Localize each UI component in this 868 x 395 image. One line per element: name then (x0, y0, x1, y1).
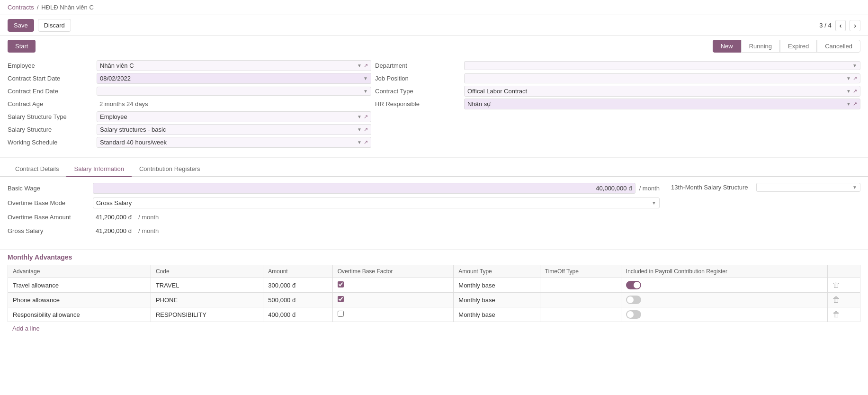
prev-button[interactable]: ‹ (835, 20, 846, 31)
tab-salary-information[interactable]: Salary Information (66, 162, 132, 177)
monthly-advantages: Monthly Advantages Advantage Code Amount… (0, 253, 868, 335)
job-pos-external-link[interactable]: ↗ (853, 75, 857, 81)
amount-3: 400,000 đ (263, 307, 332, 322)
timeoff-3 (540, 307, 621, 322)
breadcrumb-current: HĐLĐ Nhân viên C (41, 4, 94, 11)
advantage-3: Responsibility allowance (8, 307, 151, 322)
salary-section: Basic Wage 40,000,000 đ / month Overtime… (0, 177, 868, 245)
table-row: Responsibility allowance RESPONSIBILITY … (8, 307, 860, 322)
contract-start-input[interactable]: 08/02/2022 (100, 75, 361, 82)
add-line-button[interactable]: Add a line (8, 322, 860, 335)
hr-responsible-label: HR Responsible (375, 99, 460, 109)
status-cancelled[interactable]: Cancelled (817, 40, 860, 53)
overtime-base-amount-value: 41,200,000 đ (93, 212, 134, 222)
contract-age-value: 2 months 24 days (97, 99, 371, 109)
status-running[interactable]: Running (741, 40, 780, 53)
delete-1[interactable]: 🗑 (832, 281, 840, 289)
salary-left: Basic Wage 40,000,000 đ / month Overtime… (8, 183, 660, 240)
amt-type-3: Monthly base (454, 307, 540, 322)
thirteenth-month-label: 13th-Month Salary Structure (671, 184, 756, 191)
ss-external-link[interactable]: ↗ (364, 126, 368, 133)
contract-type-external-link[interactable]: ↗ (853, 88, 857, 94)
col-amount: Amount (263, 265, 332, 278)
thirteenth-month-row: 13th-Month Salary Structure ▼ (671, 183, 860, 192)
col-code: Code (151, 265, 263, 278)
ws-dropdown: ▼ (357, 140, 362, 145)
amount-1: 300,000 đ (263, 278, 332, 293)
save-button[interactable]: Save (8, 19, 34, 32)
job-position-field[interactable]: ▼ ↗ (464, 73, 860, 83)
working-schedule-label: Working Schedule (8, 137, 93, 148)
basic-wage-period: / month (639, 185, 660, 192)
contract-end-label: Contract End Date (8, 86, 93, 97)
employee-value: Nhân viên C (100, 62, 355, 69)
pagination-text: 3 / 4 (819, 22, 831, 29)
delete-3[interactable]: 🗑 (832, 310, 840, 318)
code-3: RESPONSIBILITY (151, 307, 263, 322)
included-toggle-2[interactable] (626, 296, 641, 304)
tab-contract-details[interactable]: Contract Details (8, 162, 66, 177)
salary-structure-type-field[interactable]: Employee ▼ ↗ (97, 111, 371, 122)
amount-2: 500,000 đ (263, 293, 332, 307)
otbf-3[interactable] (332, 307, 454, 322)
working-schedule-field[interactable]: Standard 40 hours/week ▼ ↗ (97, 137, 371, 148)
overtime-base-amount-label: Overtime Base Amount (8, 214, 93, 221)
employee-external-link[interactable]: ↗ (364, 63, 368, 69)
delete-2[interactable]: 🗑 (832, 296, 840, 304)
ws-external-link[interactable]: ↗ (364, 139, 368, 145)
department-field[interactable]: ▼ (464, 61, 860, 70)
hr-responsible-field[interactable]: Nhân sự ▼ ↗ (464, 99, 860, 109)
discard-button[interactable]: Discard (38, 19, 71, 32)
tab-contribution-registers[interactable]: Contribution Registers (132, 162, 208, 177)
included-toggle-1[interactable] (626, 281, 641, 289)
contract-type-field[interactable]: Offical Labor Contract ▼ ↗ (464, 86, 860, 97)
included-1 (621, 278, 827, 293)
amt-type-2: Monthly base (454, 293, 540, 307)
table-row: Phone allowance PHONE 500,000 đ Monthly … (8, 293, 860, 307)
col-actions (828, 265, 860, 278)
advantages-table: Advantage Code Amount Overtime Base Fact… (8, 265, 860, 322)
hr-external-link[interactable]: ↗ (853, 101, 857, 107)
hr-dropdown: ▼ (846, 101, 851, 107)
contract-start-field[interactable]: 08/02/2022 ▼ (97, 73, 371, 84)
basic-wage-unit: đ (628, 185, 632, 192)
overtime-base-mode-row: Overtime Base Mode Gross Salary ▼ (8, 198, 660, 208)
otbf-checkbox-3[interactable] (338, 311, 344, 317)
sst-dropdown: ▼ (357, 114, 362, 119)
contract-end-field[interactable]: ▼ (97, 87, 371, 96)
table-row: Travel allowance TRAVEL 300,000 đ Monthl… (8, 278, 860, 293)
otbf-checkbox-1[interactable] (338, 281, 344, 287)
sst-external-link[interactable]: ↗ (364, 114, 368, 120)
breadcrumb-parent[interactable]: Contracts (8, 4, 34, 11)
timeoff-1 (540, 278, 621, 293)
job-pos-dropdown-icon: ▼ (846, 76, 851, 81)
start-button[interactable]: Start (8, 40, 36, 53)
next-button[interactable]: › (850, 20, 860, 31)
otbf-2[interactable] (332, 293, 454, 307)
basic-wage-value[interactable]: 40,000,000 (96, 185, 626, 192)
contract-end-dropdown: ▼ (363, 89, 368, 94)
tabs: Contract Details Salary Information Cont… (0, 162, 868, 177)
status-expired[interactable]: Expired (780, 40, 817, 53)
col-timeoff-type: TimeOff Type (540, 265, 621, 278)
overtime-base-mode-label: Overtime Base Mode (8, 199, 93, 206)
otbf-checkbox-2[interactable] (338, 296, 344, 302)
included-toggle-3[interactable] (626, 310, 641, 319)
toolbar-right: 3 / 4 ‹ › (819, 20, 860, 31)
working-schedule-value: Standard 40 hours/week (100, 139, 355, 146)
gross-salary-period: / month (138, 227, 159, 234)
basic-wage-input[interactable]: 40,000,000 đ (93, 183, 635, 194)
status-new[interactable]: New (713, 40, 741, 53)
date-dropdown-icon: ▼ (363, 76, 368, 81)
monthly-advantages-title: Monthly Advantages (8, 253, 860, 261)
salary-structure-field[interactable]: Salary structures - basic ▼ ↗ (97, 124, 371, 135)
included-2 (621, 293, 827, 307)
overtime-base-mode-field[interactable]: Gross Salary ▼ (93, 198, 660, 208)
otbf-1[interactable] (332, 278, 454, 293)
salary-structure-type-label: Salary Structure Type (8, 111, 93, 122)
employee-field[interactable]: Nhân viên C ▼ ↗ (97, 60, 371, 71)
thirteenth-month-field[interactable]: ▼ (756, 183, 860, 192)
contract-type-dropdown: ▼ (846, 89, 851, 94)
col-overtime-base-factor: Overtime Base Factor (332, 265, 454, 278)
contract-type-value: Offical Labor Contract (467, 88, 844, 95)
